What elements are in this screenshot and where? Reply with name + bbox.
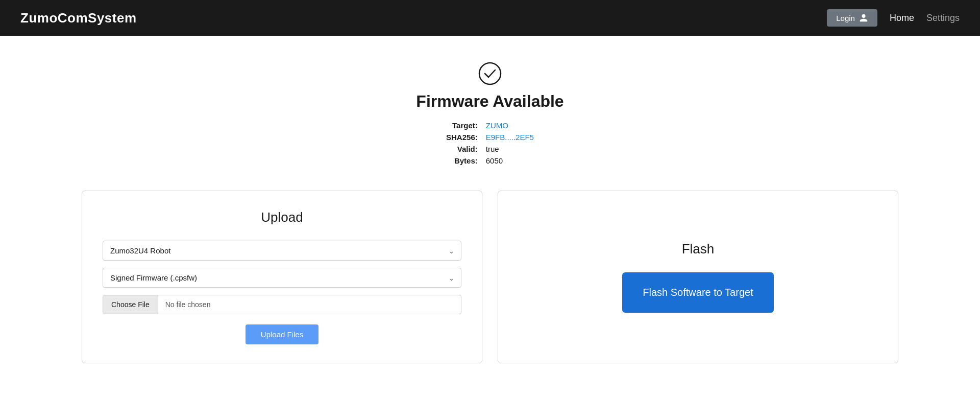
svg-point-0 xyxy=(479,63,501,84)
upload-panel: Upload Zumo32U4 Robot Zumo Shield Zumo 3… xyxy=(82,191,482,363)
flash-panel: Flash Flash Software to Target xyxy=(498,191,898,363)
flash-button[interactable]: Flash Software to Target xyxy=(622,272,773,313)
device-select[interactable]: Zumo32U4 Robot Zumo Shield Zumo 32U4 xyxy=(103,241,461,261)
login-button[interactable]: Login xyxy=(827,9,877,27)
firmware-details: Target: ZUMO SHA256: E9FB.....2EF5 Valid… xyxy=(446,121,534,165)
device-select-wrapper: Zumo32U4 Robot Zumo Shield Zumo 32U4 ⌄ xyxy=(103,241,461,261)
nav-settings-link[interactable]: Settings xyxy=(926,13,960,24)
filetype-select-wrapper: Signed Firmware (.cpsfw) Raw Firmware (.… xyxy=(103,268,461,288)
target-label: Target: xyxy=(446,121,478,130)
sha256-value: E9FB.....2EF5 xyxy=(486,133,534,142)
main-content: Firmware Available Target: ZUMO SHA256: … xyxy=(0,36,980,384)
valid-value: true xyxy=(486,145,534,153)
nav-home-link[interactable]: Home xyxy=(890,13,914,24)
upload-button[interactable]: Upload Files xyxy=(246,324,318,344)
check-icon xyxy=(478,61,502,86)
no-file-label: No file chosen xyxy=(158,295,461,314)
panels-row: Upload Zumo32U4 Robot Zumo Shield Zumo 3… xyxy=(82,191,898,363)
target-value: ZUMO xyxy=(486,121,534,130)
bytes-value: 6050 xyxy=(486,156,534,165)
file-input-row: Choose File No file chosen xyxy=(103,295,461,314)
header-nav: Login Home Settings xyxy=(827,9,960,27)
flash-panel-title: Flash xyxy=(682,241,715,257)
header: ZumoComSystem Login Home Settings xyxy=(0,0,980,36)
login-label: Login xyxy=(836,14,855,22)
upload-panel-title: Upload xyxy=(103,209,461,225)
valid-label: Valid: xyxy=(446,145,478,153)
firmware-status-title: Firmware Available xyxy=(82,92,898,111)
bytes-label: Bytes: xyxy=(446,156,478,165)
user-icon xyxy=(859,13,868,22)
status-section: Firmware Available Target: ZUMO SHA256: … xyxy=(82,61,898,165)
sha256-label: SHA256: xyxy=(446,133,478,142)
filetype-select[interactable]: Signed Firmware (.cpsfw) Raw Firmware (.… xyxy=(103,268,461,288)
choose-file-button[interactable]: Choose File xyxy=(103,295,158,314)
app-logo: ZumoComSystem xyxy=(20,10,137,26)
